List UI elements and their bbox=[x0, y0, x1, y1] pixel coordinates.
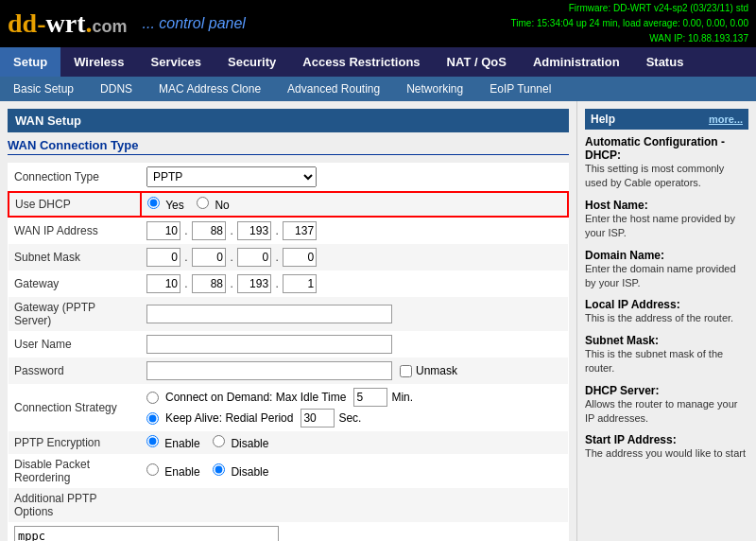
subnav-advanced-routing[interactable]: Advanced Routing bbox=[274, 77, 393, 101]
gateway-pptp-row: Gateway (PPTP Server) bbox=[9, 297, 568, 331]
reorder-disable-text: Disable bbox=[231, 465, 268, 479]
password-row: Password Unmask bbox=[9, 358, 568, 384]
password-input[interactable] bbox=[146, 361, 392, 380]
additional-pptp-textarea[interactable]: mppc bbox=[14, 526, 279, 541]
reorder-disable-radio[interactable] bbox=[213, 463, 225, 476]
help-title: Help bbox=[591, 113, 615, 126]
use-dhcp-yes-label[interactable]: Yes bbox=[147, 199, 187, 212]
subnav-networking[interactable]: Networking bbox=[393, 77, 476, 101]
gateway-pptp-input[interactable] bbox=[146, 305, 392, 323]
subnet-field-1[interactable] bbox=[146, 248, 180, 267]
wan-form-table: Connection Type PPTP DHCP Static IP PPPo… bbox=[8, 163, 569, 541]
pptp-encryption-row: PPTP Encryption Enable Disable bbox=[9, 431, 568, 454]
idle-time-input[interactable] bbox=[353, 388, 387, 407]
help-topic-text-2: Enter the domain name provided by your I… bbox=[585, 262, 748, 291]
gateway-field-2[interactable] bbox=[192, 274, 226, 293]
additional-pptp-row: Additional PPTP Options bbox=[9, 488, 568, 522]
subnet-field-4[interactable] bbox=[283, 248, 317, 267]
nav-services[interactable]: Services bbox=[137, 47, 215, 77]
help-topic-title-3: Local IP Address: bbox=[585, 298, 748, 311]
use-dhcp-no-text: No bbox=[215, 199, 229, 212]
unmask-area: Unmask bbox=[400, 364, 457, 377]
subnav-eoip-tunnel[interactable]: EoIP Tunnel bbox=[476, 77, 564, 101]
unmask-label: Unmask bbox=[416, 364, 457, 377]
help-topic-2: Domain Name: Enter the domain name provi… bbox=[585, 249, 748, 291]
help-header: Help more... bbox=[585, 109, 748, 130]
connection-strategy-label: Connection Strategy bbox=[9, 384, 141, 431]
help-topic-text-3: This is the address of the router. bbox=[585, 311, 748, 325]
subnav-mac-address-clone[interactable]: MAC Address Clone bbox=[146, 77, 274, 101]
firmware-text: Firmware: DD-WRT v24-sp2 (03/23/11) std bbox=[511, 1, 748, 16]
subnav-ddns[interactable]: DDNS bbox=[87, 77, 146, 101]
section-header: WAN Setup bbox=[8, 109, 569, 132]
redial-period-input[interactable] bbox=[301, 409, 335, 428]
username-label: User Name bbox=[9, 331, 141, 358]
pptp-enable-radio[interactable] bbox=[146, 435, 159, 447]
header: dd-wrt.com ... control panel Firmware: D… bbox=[0, 0, 756, 47]
logo: dd-wrt.com bbox=[8, 9, 127, 39]
wan-ip-label: WAN IP Address bbox=[9, 217, 141, 244]
sidebar: Help more... Automatic Configuration - D… bbox=[576, 101, 756, 541]
subnav-basic-setup[interactable]: Basic Setup bbox=[0, 77, 87, 101]
pptp-enable-text: Enable bbox=[164, 437, 199, 450]
nav-setup[interactable]: Setup bbox=[0, 47, 60, 77]
use-dhcp-yes-radio[interactable] bbox=[147, 197, 160, 209]
pptp-disable-label[interactable]: Disable bbox=[213, 437, 268, 450]
nav-status[interactable]: Status bbox=[633, 47, 697, 77]
more-link[interactable]: more... bbox=[709, 113, 743, 125]
ip-sep-3: . bbox=[274, 224, 279, 237]
gateway-field-1[interactable] bbox=[146, 274, 180, 293]
subnet-sep-1: . bbox=[183, 251, 188, 264]
ip-sep-1: . bbox=[183, 224, 188, 237]
nav-access-restrictions[interactable]: Access Restrictions bbox=[289, 47, 433, 77]
use-dhcp-row: Use DHCP Yes No bbox=[9, 192, 568, 217]
use-dhcp-yes-text: Yes bbox=[165, 199, 184, 212]
connection-type-select[interactable]: PPTP DHCP Static IP PPPoE L2TP bbox=[146, 166, 317, 187]
use-dhcp-no-radio[interactable] bbox=[197, 197, 209, 209]
uptime-text: Time: 15:34:04 up 24 min, load average: … bbox=[511, 16, 748, 31]
help-topic-title-0: Automatic Configuration - DHCP: bbox=[585, 135, 748, 162]
pptp-disable-radio[interactable] bbox=[213, 435, 225, 447]
password-field-cell: Unmask bbox=[141, 358, 568, 384]
gateway-sep-2: . bbox=[229, 277, 233, 290]
connect-on-demand-radio[interactable] bbox=[146, 392, 159, 404]
username-input[interactable] bbox=[146, 335, 392, 354]
subnet-field-2[interactable] bbox=[192, 248, 226, 267]
additional-pptp-label: Additional PPTP Options bbox=[9, 488, 141, 522]
unmask-checkbox[interactable] bbox=[400, 365, 412, 377]
nav-administration[interactable]: Administration bbox=[520, 47, 633, 77]
help-topic-0: Automatic Configuration - DHCP: This set… bbox=[585, 135, 748, 191]
keep-alive-radio[interactable] bbox=[146, 412, 159, 425]
reorder-enable-text: Enable bbox=[164, 465, 199, 479]
keep-alive-text: Keep Alive: Redial Period bbox=[165, 411, 293, 425]
connection-strategy-options: Connect on Demand: Max Idle Time Min. Ke… bbox=[141, 384, 568, 431]
help-topic-1: Host Name: Enter the host name provided … bbox=[585, 199, 748, 241]
wan-ip-field-1[interactable]: 10 bbox=[146, 221, 180, 240]
nav-wireless[interactable]: Wireless bbox=[60, 47, 137, 77]
nav-security[interactable]: Security bbox=[215, 47, 289, 77]
use-dhcp-no-label[interactable]: No bbox=[197, 199, 230, 212]
logo-com: com bbox=[92, 17, 127, 36]
help-topic-title-4: Subnet Mask: bbox=[585, 334, 748, 347]
disable-reorder-row: Disable Packet Reordering Enable Disable bbox=[9, 454, 568, 488]
logo-wrt: wrt bbox=[45, 9, 85, 38]
gateway-field-3[interactable] bbox=[237, 274, 271, 293]
gateway-pptp-label: Gateway (PPTP Server) bbox=[9, 297, 141, 331]
subnet-mask-row: Subnet Mask . . . bbox=[9, 244, 568, 270]
wan-ip-field-2[interactable]: 88 bbox=[192, 221, 226, 240]
logo-dd: dd bbox=[8, 9, 37, 38]
gateway-field-4[interactable] bbox=[283, 274, 317, 293]
reorder-enable-label[interactable]: Enable bbox=[146, 465, 203, 479]
pptp-enable-label[interactable]: Enable bbox=[146, 437, 203, 450]
help-topic-text-6: The address you would like to start bbox=[585, 446, 748, 461]
subnet-field-3[interactable] bbox=[237, 248, 271, 267]
wan-ip-field-3[interactable]: 193 bbox=[237, 221, 271, 240]
help-topic-title-2: Domain Name: bbox=[585, 249, 748, 262]
nav-nat-qos[interactable]: NAT / QoS bbox=[434, 47, 520, 77]
help-topic-text-5: Allows the router to manage your IP addr… bbox=[585, 397, 748, 427]
disable-reorder-label: Disable Packet Reordering bbox=[9, 454, 141, 488]
help-topic-6: Start IP Address: The address you would … bbox=[585, 433, 748, 461]
reorder-enable-radio[interactable] bbox=[146, 463, 159, 476]
reorder-disable-label[interactable]: Disable bbox=[213, 465, 268, 479]
wan-ip-field-4[interactable]: 137 bbox=[283, 221, 317, 240]
